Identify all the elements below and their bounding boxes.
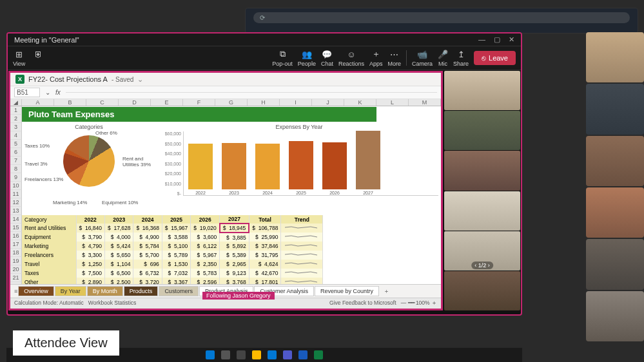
col-header[interactable]: H xyxy=(248,99,280,106)
cell[interactable]: $ 5,784 xyxy=(133,242,162,251)
cell[interactable]: $ 5,789 xyxy=(162,251,190,260)
popout-button[interactable]: ⧉Pop-out xyxy=(272,49,293,67)
col-header[interactable]: A xyxy=(22,99,54,106)
cell[interactable]: $ 6,500 xyxy=(104,269,133,278)
row-header[interactable]: 15 xyxy=(10,224,22,232)
cell[interactable]: $ 31,795 xyxy=(249,251,281,260)
row-header[interactable]: 4 xyxy=(10,131,22,140)
col-header[interactable]: D xyxy=(119,99,151,106)
cell[interactable]: $ 3,588 xyxy=(162,233,190,242)
row-header[interactable]: 3 xyxy=(10,123,22,131)
cell[interactable]: $ 1,250 xyxy=(76,260,104,269)
cell[interactable]: $ 4,790 xyxy=(76,242,104,251)
teams-icon[interactable] xyxy=(283,350,292,359)
cell[interactable]: $ 2,596 xyxy=(191,278,220,284)
cell[interactable]: $ 5,892 xyxy=(220,242,249,251)
cell[interactable]: $ 15,967 xyxy=(162,224,190,233)
chat-button[interactable]: 💬Chat xyxy=(321,49,333,67)
cell[interactable]: $ 6,122 xyxy=(191,242,220,251)
explorer-icon[interactable] xyxy=(252,350,261,359)
cell[interactable]: $ 7,500 xyxy=(76,269,104,278)
mic-button[interactable]: 🎤Mic xyxy=(438,49,448,67)
cell[interactable]: $ 3,300 xyxy=(76,251,104,260)
feedback-link[interactable]: Give Feedback to Microsoft xyxy=(329,300,396,306)
minimize-icon[interactable]: — xyxy=(478,35,485,43)
close-icon[interactable]: ✕ xyxy=(509,35,514,43)
tab-overview[interactable]: Overview xyxy=(18,286,54,296)
cells-area[interactable]: Pluto Team Expenses Categories Other 6% … xyxy=(22,106,441,284)
cell[interactable]: $ 4,000 xyxy=(104,233,133,242)
tab-revenue-country[interactable]: Revenue by Country xyxy=(315,286,379,296)
cell[interactable]: $ 5,389 xyxy=(220,251,249,260)
apps-button[interactable]: ＋Apps xyxy=(369,49,383,67)
col-header[interactable]: E xyxy=(151,99,183,106)
cell[interactable]: Taxes xyxy=(22,269,76,278)
cell[interactable]: $ 2,965 xyxy=(220,260,249,269)
cell[interactable]: Travel xyxy=(22,260,76,269)
leave-button[interactable]: ⎋Leave xyxy=(474,51,516,65)
word-icon[interactable] xyxy=(298,350,307,359)
cell[interactable]: $ 3,367 xyxy=(162,278,190,284)
task-view-icon[interactable] xyxy=(237,350,246,359)
cell[interactable]: $ 9,123 xyxy=(220,269,249,278)
cell[interactable]: $ 3,768 xyxy=(220,278,249,284)
video-tile[interactable] xyxy=(444,151,520,190)
video-tile[interactable]: ‹ 1/2 › xyxy=(444,231,520,271)
cell[interactable]: Rent and Utilities xyxy=(22,224,76,233)
col-header[interactable]: K xyxy=(344,99,376,106)
video-tile[interactable] xyxy=(444,71,520,110)
row-header[interactable]: 5 xyxy=(10,140,22,148)
row-header[interactable]: 19 xyxy=(10,257,22,265)
row-header[interactable]: 10 xyxy=(10,182,22,190)
edge-icon[interactable] xyxy=(268,350,277,359)
row-header[interactable]: 11 xyxy=(10,190,22,198)
add-sheet-icon[interactable]: ＋ xyxy=(380,287,393,296)
name-box[interactable]: B51 xyxy=(14,88,40,97)
video-tile[interactable] xyxy=(444,191,520,231)
cell[interactable]: $ 5,700 xyxy=(133,251,162,260)
row-header[interactable]: 17 xyxy=(10,240,22,249)
tab-customers[interactable]: Customers xyxy=(159,286,199,296)
tabs-menu-icon[interactable]: ≡ xyxy=(14,288,17,294)
view-button[interactable]: ⊞View xyxy=(13,49,25,67)
video-tile[interactable] xyxy=(444,271,520,310)
workbook-stats[interactable]: Workbook Statistics xyxy=(88,300,136,306)
tab-products[interactable]: Products xyxy=(124,286,159,296)
cell[interactable]: $ 2,890 xyxy=(76,278,104,284)
camera-button[interactable]: 📹Camera xyxy=(412,49,433,67)
cell[interactable]: $ 3,720 xyxy=(133,278,162,284)
cell[interactable]: Marketing xyxy=(22,242,76,251)
search-icon[interactable] xyxy=(221,350,230,359)
excel-icon[interactable] xyxy=(314,350,323,359)
tab-by-year[interactable]: By Year xyxy=(55,286,86,296)
share-button[interactable]: ↥Share xyxy=(453,49,469,67)
cell[interactable]: $ 25,990 xyxy=(249,233,281,242)
start-icon[interactable] xyxy=(206,350,215,359)
expand-icon[interactable]: ⌄ xyxy=(45,89,50,96)
cell[interactable]: Equipment xyxy=(22,233,76,242)
maximize-icon[interactable]: ▢ xyxy=(494,35,500,43)
row-header[interactable]: 21 xyxy=(10,274,22,282)
tab-by-month[interactable]: By Month xyxy=(87,286,123,296)
col-header[interactable]: L xyxy=(376,99,409,106)
cell[interactable]: Other xyxy=(22,278,76,284)
cell[interactable]: Freelancers xyxy=(22,251,76,260)
pager[interactable]: ‹ 1/2 › xyxy=(471,262,493,269)
reactions-button[interactable]: ☺Reactions xyxy=(338,49,364,67)
col-header[interactable]: I xyxy=(280,99,312,106)
zoom-level[interactable]: 100% xyxy=(416,300,430,306)
cell[interactable]: $ 3,790 xyxy=(76,233,104,242)
col-header[interactable]: B xyxy=(54,99,86,106)
cell[interactable]: $ 17,801 xyxy=(249,278,281,284)
cell[interactable]: $ 5,650 xyxy=(104,251,133,260)
row-header[interactable]: 20 xyxy=(10,265,22,274)
formula-input[interactable] xyxy=(66,92,437,93)
cell[interactable]: $ 5,783 xyxy=(191,269,220,278)
row-header[interactable]: 13 xyxy=(10,207,22,215)
cell[interactable]: $ 2,500 xyxy=(104,278,133,284)
col-header[interactable]: M xyxy=(409,99,441,106)
video-tile[interactable] xyxy=(444,111,520,150)
cell[interactable]: $ 696 xyxy=(133,260,162,269)
row-header[interactable]: 6 xyxy=(10,148,22,157)
row-header[interactable]: 12 xyxy=(10,198,22,207)
